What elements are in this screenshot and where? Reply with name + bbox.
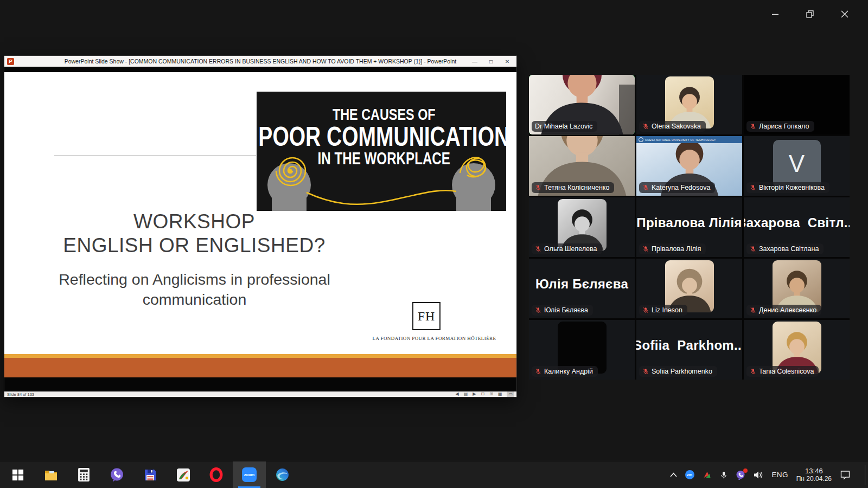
slide-gold-band [4, 354, 516, 358]
participant-name-label: Лариса Гопкало [746, 121, 814, 132]
clock-date: Пн 20.04.26 [796, 475, 832, 483]
graphics-tray-icon[interactable] [703, 471, 712, 479]
action-center-icon[interactable] [840, 470, 851, 480]
participant-name-label: Калинку Андрій [532, 366, 598, 377]
participant-tile[interactable]: Юлія Бєляєва Юлія Бєляєва [529, 259, 635, 318]
muted-mic-icon [642, 307, 649, 313]
slide-rust-band [4, 358, 516, 377]
muted-mic-icon [750, 307, 756, 313]
participant-tile[interactable]: Прівалова Лілія Прівалова Лілія [636, 197, 742, 257]
taskbar: zoom zm ENG 13:46 Пн [0, 461, 868, 488]
zoom-icon: zoom [242, 467, 257, 482]
normal-view-button[interactable]: ⊡ [481, 391, 484, 397]
slideshow-view-button[interactable]: ▭ [507, 391, 514, 397]
taskbar-opera-button[interactable] [200, 461, 233, 488]
desktop: P PowerPoint Slide Show - [COMMON COMMUN… [0, 0, 868, 488]
avatar-initial: V [773, 140, 821, 188]
file-explorer-icon [44, 468, 58, 481]
previous-slide-button[interactable]: ◀ [456, 391, 459, 397]
banner-line3: IN THE WORKPLACE [318, 149, 450, 168]
muted-mic-icon [535, 184, 541, 191]
reading-view-button[interactable]: ▦ [498, 391, 502, 397]
window-controls [766, 7, 854, 22]
slide-sorter-button[interactable]: ⊞ [489, 391, 493, 397]
taskbar-save-floppy-button[interactable] [133, 461, 167, 488]
taskbar-screen-capture-button[interactable] [167, 461, 200, 488]
slide-title: WORKSHOP ENGLISH OR ENGLISHED? [31, 210, 357, 258]
hidden-icons-chevron[interactable] [670, 472, 677, 477]
window-close-button[interactable] [835, 7, 854, 22]
taskbar-calculator-button[interactable] [67, 461, 100, 488]
participant-display-name: Sofiia Parkhom... [636, 320, 742, 371]
participant-name-label: Kateryna Fedosova [639, 182, 715, 193]
muted-mic-icon [642, 123, 649, 130]
participant-name-label: Liz Ineson [639, 305, 687, 316]
ppt-maximize-button[interactable]: □ [483, 56, 499, 67]
powerpoint-window: P PowerPoint Slide Show - [COMMON COMMUN… [4, 56, 516, 397]
taskbar-start-button[interactable] [1, 461, 34, 488]
slide-banner-image: THE CAUSES OF POOR COMMUNICATION IN THE … [257, 92, 506, 211]
muted-mic-icon [642, 368, 649, 375]
participant-name-label: Захарова Світлана [746, 243, 824, 254]
system-tray: zm ENG 13:46 Пн 20.04.26 [670, 461, 851, 488]
clock[interactable]: 13:46 Пн 20.04.26 [796, 467, 832, 483]
participant-name-label: Olena Sakovska [639, 121, 706, 132]
muted-mic-icon [535, 246, 541, 252]
clock-time: 13:46 [796, 467, 832, 475]
participant-display-name: Прівалова Лілія [636, 197, 742, 248]
taskbar-edge-button[interactable] [266, 461, 299, 488]
ppt-minimize-button[interactable]: — [467, 56, 483, 67]
participant-tile[interactable]: Лариса Гопкало [744, 75, 850, 134]
taskbar-viber-button[interactable] [100, 461, 133, 488]
participant-tile[interactable]: Ольга Шепелева [529, 197, 635, 257]
next-slide-button[interactable]: ▶ [473, 391, 476, 397]
powerpoint-titlebar[interactable]: P PowerPoint Slide Show - [COMMON COMMUN… [4, 56, 516, 67]
participant-tile[interactable]: Денис Алексеєнко [744, 259, 850, 318]
participant-tile[interactable]: ODESA NATIONAL UNIVERSITY OF TECHNOLOGY … [636, 136, 742, 196]
muted-mic-icon [642, 246, 649, 252]
participant-tile[interactable]: Olena Sakovska [636, 75, 742, 134]
zoom-tray-icon[interactable]: zm [685, 470, 694, 479]
taskbar-zoom-button[interactable]: zoom [233, 461, 266, 488]
ppt-close-button[interactable]: ✕ [499, 56, 515, 67]
participant-name-label: Sofiia Parkhomenko [639, 366, 717, 377]
participant-tile[interactable]: Sofiia Parkhom... Sofiia Parkhomenko [636, 320, 742, 380]
banner-line2: POOR COMMUNICATION [258, 121, 506, 152]
show-desktop-divider[interactable] [865, 465, 865, 485]
participant-tile[interactable]: Dr Mihaela Lazovic [529, 75, 635, 134]
microphone-tray-icon[interactable] [720, 471, 727, 479]
powerpoint-app-icon: P [7, 58, 14, 65]
participant-tile[interactable]: Tania Colesnicova [744, 320, 850, 380]
participant-tile[interactable]: Калинку Андрій [529, 320, 635, 380]
start-icon [12, 469, 24, 481]
participant-tile[interactable]: Тетяна Колісниченко [529, 136, 635, 196]
language-indicator[interactable]: ENG [772, 471, 788, 479]
window-minimize-button[interactable] [766, 7, 784, 22]
annotation-menu-button[interactable]: ▤ [464, 391, 468, 397]
participant-name-label: Тетяна Колісниченко [532, 182, 614, 193]
slideshow-stage[interactable]: THE CAUSES OF POOR COMMUNICATION IN THE … [4, 67, 516, 391]
participant-name-label: Юлія Бєляєва [532, 305, 593, 316]
taskbar-file-explorer-button[interactable] [34, 461, 67, 488]
viber-tray-icon[interactable] [736, 470, 745, 480]
muted-mic-icon [750, 184, 756, 191]
viber-notification-badge [743, 468, 748, 473]
window-restore-button[interactable] [801, 7, 819, 22]
calculator-icon [78, 468, 90, 481]
muted-mic-icon [535, 307, 541, 313]
muted-mic-icon [750, 368, 756, 375]
participant-display-name: Юлія Бєляєва [529, 259, 635, 310]
participant-tile[interactable]: V Вікторія Кожевнікова [744, 136, 850, 196]
muted-mic-icon [750, 246, 756, 252]
volume-icon[interactable] [754, 471, 764, 479]
participant-name-label: Вікторія Кожевнікова [746, 182, 829, 193]
muted-mic-icon [750, 123, 756, 130]
participant-tile[interactable]: Liz Ineson [636, 259, 742, 318]
powerpoint-statusbar: Slide 84 of 133 ◀ ▤ ▶ ⊡ ⊞ ▦ ▭ [4, 391, 516, 397]
slide-divider-line [54, 155, 256, 156]
virtual-background-banner: ODESA NATIONAL UNIVERSITY OF TECHNOLOGY [636, 136, 742, 143]
fh-logo-caption: LA FONDATION POUR LA FORMATION HÔTELIÈRE [354, 336, 514, 341]
participant-tile[interactable]: Захарова Світл... Захарова Світлана [744, 197, 850, 257]
muted-mic-icon [535, 368, 541, 375]
viber-icon [110, 467, 124, 482]
